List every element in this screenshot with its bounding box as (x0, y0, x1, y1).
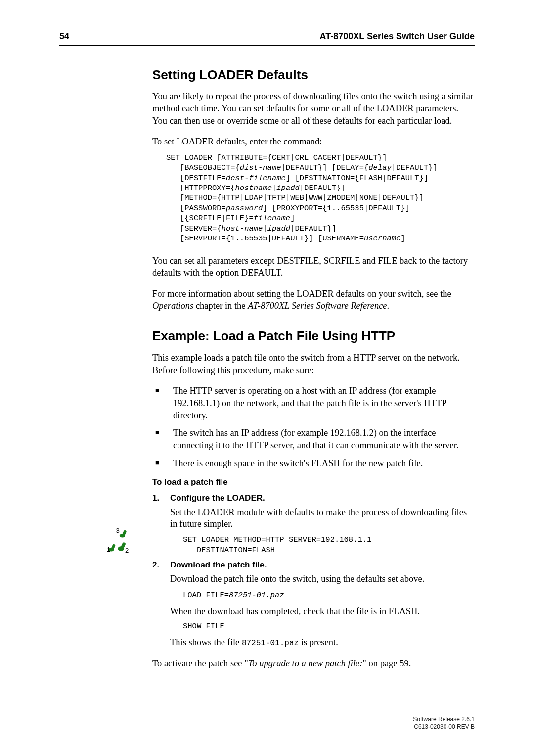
code-block: SET LOADER METHOD=HTTP SERVER=192.168.1.… (183, 535, 475, 555)
step-body: Download the patch file onto the switch,… (170, 573, 475, 585)
list-item: There is enough space in the switch's FL… (152, 457, 475, 469)
step-body: When the download has completed, check t… (170, 605, 475, 617)
section-heading-loader-defaults: Setting LOADER Defaults (152, 67, 475, 83)
page-content: Setting LOADER Defaults You are likely t… (152, 46, 475, 670)
step: 2. Download the patch file. (152, 560, 475, 570)
paragraph: To activate the patch see "To upgrade to… (152, 658, 475, 669)
step-number: 2. (152, 560, 161, 570)
bullet-list: The HTTP server is operating on a host w… (152, 385, 475, 469)
list-item: The switch has an IP address (for exampl… (152, 427, 475, 451)
step: 1. Configure the LOADER. (152, 493, 475, 503)
guide-title: AT-8700XL Series Switch User Guide (320, 31, 475, 42)
step-title: Configure the LOADER. (170, 493, 265, 503)
page-header: 54 AT-8700XL Series Switch User Guide (59, 31, 475, 46)
section-heading-example-http: Example: Load a Patch File Using HTTP (152, 329, 475, 344)
svg-rect-1 (111, 544, 116, 551)
list-item: The HTTP server is operating on a host w… (152, 385, 475, 421)
paragraph: This example loads a patch file onto the… (152, 352, 475, 376)
code-block: SHOW FILE (183, 621, 475, 631)
step-title: Download the patch file. (170, 560, 267, 570)
page: 54 AT-8700XL Series Switch User Guide Se… (0, 0, 534, 756)
code-block-set-loader: SET LOADER [ATTRIBUTE={CERT|CRL|CACERT|D… (166, 153, 475, 244)
svg-text:3: 3 (116, 527, 119, 534)
paragraph: You can set all parameters except DESTFI… (152, 255, 475, 279)
step-body: Set the LOADER module with defaults to m… (170, 506, 475, 530)
procedure-heading: To load a patch file (152, 477, 475, 487)
paragraph: You are likely to repeat the process of … (152, 91, 475, 127)
procedure-steps-icon: 1 2 3 (105, 527, 133, 555)
paragraph: For more information about setting the L… (152, 288, 475, 312)
step-number: 1. (152, 493, 161, 503)
svg-text:2: 2 (125, 547, 129, 554)
code-block: LOAD FILE=87251-01.paz (183, 590, 475, 600)
paragraph: To set LOADER defaults, enter the comman… (152, 136, 475, 147)
step-body: This shows the file 87251-01.paz is pres… (170, 636, 475, 649)
svg-text:1: 1 (107, 546, 110, 553)
page-footer: Software Release 2.6.1 C613-02030-00 REV… (413, 716, 475, 731)
footer-release: Software Release 2.6.1 (413, 716, 475, 724)
svg-rect-7 (122, 530, 127, 537)
footer-docnum: C613-02030-00 REV B (413, 723, 475, 731)
page-number: 54 (59, 31, 69, 42)
